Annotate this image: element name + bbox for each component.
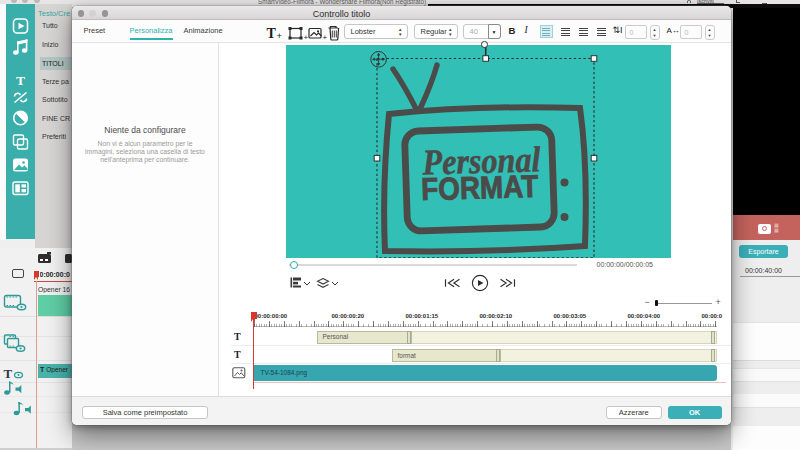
svg-text:T: T <box>16 73 25 88</box>
svg-text:+: + <box>322 33 327 42</box>
svg-text:T: T <box>4 366 13 381</box>
svg-text:T: T <box>266 26 276 41</box>
svg-text:+: + <box>303 33 308 42</box>
svg-text:FORMAT: FORMAT <box>421 167 539 206</box>
svg-text:+: + <box>276 30 282 41</box>
